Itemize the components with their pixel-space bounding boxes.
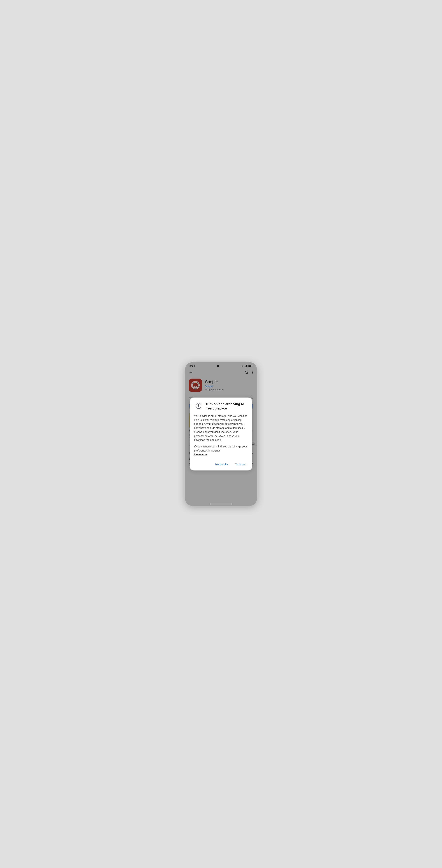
dialog-title: Turn on app archiving to free up space <box>206 402 248 411</box>
turn-on-button[interactable]: Turn on <box>232 461 248 467</box>
dialog-body-text-2: If you change your mind, you can change … <box>194 445 247 452</box>
dialog-actions: No thanks Turn on <box>194 459 248 467</box>
archive-dialog: Turn on app archiving to free up space Y… <box>190 398 252 470</box>
dialog-body-paragraph-1: Your device is out of storage, and you w… <box>194 414 248 442</box>
phone-frame: 3:21 ← <box>185 362 257 506</box>
dialog-header: Turn on app archiving to free up space <box>194 402 248 411</box>
dialog-body-paragraph-2: If you change your mind, you can change … <box>194 445 248 457</box>
dialog-body: Your device is out of storage, and you w… <box>194 414 248 457</box>
archive-icon <box>194 402 203 411</box>
no-thanks-button[interactable]: No thanks <box>212 461 231 467</box>
learn-more-link[interactable]: Learn more <box>194 453 208 456</box>
modal-overlay: Turn on app archiving to free up space Y… <box>185 362 257 506</box>
